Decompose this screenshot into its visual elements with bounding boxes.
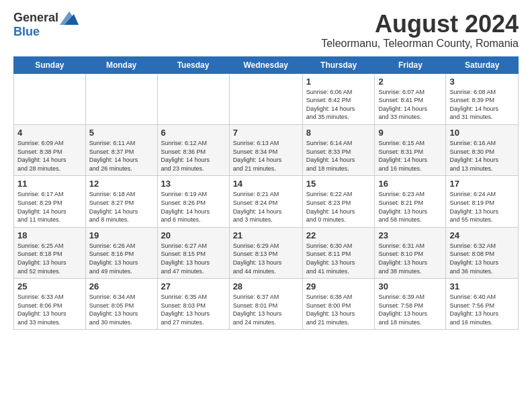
day-info: Sunrise: 6:27 AM Sunset: 8:15 PM Dayligh… [161, 242, 226, 275]
day-number: 16 [378, 179, 442, 189]
day-info: Sunrise: 6:15 AM Sunset: 8:31 PM Dayligh… [378, 139, 442, 173]
calendar-cell-r4-c2: 27Sunrise: 6:35 AM Sunset: 8:03 PM Dayli… [157, 279, 229, 330]
calendar-cell-r3-c2: 20Sunrise: 6:27 AM Sunset: 8:15 PM Dayli… [157, 227, 229, 278]
calendar-cell-r2-c6: 17Sunrise: 6:24 AM Sunset: 8:19 PM Dayli… [446, 176, 519, 227]
day-info: Sunrise: 6:37 AM Sunset: 8:01 PM Dayligh… [233, 293, 299, 326]
header-tuesday: Tuesday [157, 56, 229, 73]
calendar-cell-r1-c6: 10Sunrise: 6:16 AM Sunset: 8:30 PM Dayli… [446, 124, 519, 175]
calendar-row-0: 1Sunrise: 6:06 AM Sunset: 8:42 PM Daylig… [14, 73, 519, 124]
calendar-cell-r3-c6: 24Sunrise: 6:32 AM Sunset: 8:08 PM Dayli… [446, 227, 519, 278]
day-number: 2 [378, 77, 442, 87]
day-number: 12 [89, 179, 154, 189]
day-number: 10 [449, 128, 515, 138]
header-sunday: Sunday [14, 56, 86, 73]
day-info: Sunrise: 6:24 AM Sunset: 8:19 PM Dayligh… [449, 190, 515, 224]
calendar-cell-r2-c1: 12Sunrise: 6:18 AM Sunset: 8:27 PM Dayli… [85, 176, 157, 227]
day-number: 8 [306, 128, 371, 138]
day-info: Sunrise: 6:17 AM Sunset: 8:29 PM Dayligh… [17, 190, 82, 224]
day-info: Sunrise: 6:19 AM Sunset: 8:26 PM Dayligh… [161, 190, 226, 224]
header: General Blue August 2024 Teleormanu, Tel… [13, 11, 519, 50]
day-info: Sunrise: 6:30 AM Sunset: 8:11 PM Dayligh… [306, 242, 371, 275]
calendar-cell-r3-c0: 18Sunrise: 6:25 AM Sunset: 8:18 PM Dayli… [14, 227, 86, 278]
calendar-cell-r3-c5: 23Sunrise: 6:31 AM Sunset: 8:10 PM Dayli… [375, 227, 446, 278]
day-info: Sunrise: 6:14 AM Sunset: 8:33 PM Dayligh… [306, 139, 371, 173]
header-friday: Friday [375, 56, 446, 73]
header-wednesday: Wednesday [229, 56, 302, 73]
calendar-row-1: 4Sunrise: 6:09 AM Sunset: 8:38 PM Daylig… [14, 124, 519, 175]
page: General Blue August 2024 Teleormanu, Tel… [0, 0, 532, 340]
day-info: Sunrise: 6:18 AM Sunset: 8:27 PM Dayligh… [89, 190, 154, 224]
day-info: Sunrise: 6:31 AM Sunset: 8:10 PM Dayligh… [378, 242, 442, 275]
day-number: 22 [306, 230, 371, 240]
calendar-cell-r0-c5: 2Sunrise: 6:07 AM Sunset: 8:41 PM Daylig… [375, 73, 446, 124]
day-number: 9 [378, 128, 442, 138]
day-number: 31 [449, 281, 515, 291]
calendar-row-2: 11Sunrise: 6:17 AM Sunset: 8:29 PM Dayli… [14, 176, 519, 227]
header-monday: Monday [85, 56, 157, 73]
day-number: 30 [378, 281, 442, 291]
calendar-cell-r1-c0: 4Sunrise: 6:09 AM Sunset: 8:38 PM Daylig… [14, 124, 86, 175]
logo-general-text: General [13, 11, 58, 25]
day-number: 15 [306, 179, 371, 189]
calendar-cell-r3-c3: 21Sunrise: 6:29 AM Sunset: 8:13 PM Dayli… [229, 227, 302, 278]
header-saturday: Saturday [446, 56, 519, 73]
day-number: 25 [17, 281, 82, 291]
day-number: 24 [449, 230, 515, 240]
day-number: 20 [161, 230, 226, 240]
title-block: August 2024 Teleormanu, Teleorman County… [321, 11, 519, 50]
calendar-cell-r0-c6: 3Sunrise: 6:08 AM Sunset: 8:39 PM Daylig… [446, 73, 519, 124]
day-info: Sunrise: 6:26 AM Sunset: 8:16 PM Dayligh… [89, 242, 154, 275]
day-info: Sunrise: 6:13 AM Sunset: 8:34 PM Dayligh… [233, 139, 299, 173]
day-info: Sunrise: 6:25 AM Sunset: 8:18 PM Dayligh… [17, 242, 82, 275]
subtitle: Teleormanu, Teleorman County, Romania [321, 38, 519, 50]
day-number: 17 [449, 179, 515, 189]
day-number: 4 [17, 128, 82, 138]
calendar-cell-r2-c3: 14Sunrise: 6:21 AM Sunset: 8:24 PM Dayli… [229, 176, 302, 227]
day-number: 5 [89, 128, 154, 138]
day-info: Sunrise: 6:11 AM Sunset: 8:37 PM Dayligh… [89, 139, 154, 173]
calendar-cell-r1-c4: 8Sunrise: 6:14 AM Sunset: 8:33 PM Daylig… [302, 124, 375, 175]
day-info: Sunrise: 6:39 AM Sunset: 7:58 PM Dayligh… [378, 293, 442, 326]
day-info: Sunrise: 6:40 AM Sunset: 7:56 PM Dayligh… [449, 293, 515, 326]
day-number: 18 [17, 230, 82, 240]
calendar-cell-r1-c3: 7Sunrise: 6:13 AM Sunset: 8:34 PM Daylig… [229, 124, 302, 175]
day-number: 21 [233, 230, 299, 240]
calendar-cell-r4-c0: 25Sunrise: 6:33 AM Sunset: 8:06 PM Dayli… [14, 279, 86, 330]
calendar-cell-r0-c2 [157, 73, 229, 124]
day-number: 11 [17, 179, 82, 189]
day-info: Sunrise: 6:09 AM Sunset: 8:38 PM Dayligh… [17, 139, 82, 173]
calendar-cell-r1-c1: 5Sunrise: 6:11 AM Sunset: 8:37 PM Daylig… [85, 124, 157, 175]
calendar-cell-r2-c5: 16Sunrise: 6:23 AM Sunset: 8:21 PM Dayli… [375, 176, 446, 227]
calendar-cell-r3-c1: 19Sunrise: 6:26 AM Sunset: 8:16 PM Dayli… [85, 227, 157, 278]
day-number: 7 [233, 128, 299, 138]
day-info: Sunrise: 6:22 AM Sunset: 8:23 PM Dayligh… [306, 190, 371, 224]
day-number: 14 [233, 179, 299, 189]
day-number: 6 [161, 128, 226, 138]
calendar-cell-r4-c3: 28Sunrise: 6:37 AM Sunset: 8:01 PM Dayli… [229, 279, 302, 330]
day-info: Sunrise: 6:08 AM Sunset: 8:39 PM Dayligh… [449, 88, 515, 122]
day-info: Sunrise: 6:21 AM Sunset: 8:24 PM Dayligh… [233, 190, 299, 224]
calendar-cell-r4-c6: 31Sunrise: 6:40 AM Sunset: 7:56 PM Dayli… [446, 279, 519, 330]
day-info: Sunrise: 6:16 AM Sunset: 8:30 PM Dayligh… [449, 139, 515, 173]
day-number: 29 [306, 281, 371, 291]
day-info: Sunrise: 6:06 AM Sunset: 8:42 PM Dayligh… [306, 88, 371, 122]
day-info: Sunrise: 6:32 AM Sunset: 8:08 PM Dayligh… [449, 242, 515, 275]
day-number: 19 [89, 230, 154, 240]
day-info: Sunrise: 6:29 AM Sunset: 8:13 PM Dayligh… [233, 242, 299, 275]
day-number: 13 [161, 179, 226, 189]
month-title: August 2024 [321, 11, 519, 38]
day-info: Sunrise: 6:35 AM Sunset: 8:03 PM Dayligh… [161, 293, 226, 326]
calendar-header-row: Sunday Monday Tuesday Wednesday Thursday… [14, 56, 519, 73]
day-info: Sunrise: 6:12 AM Sunset: 8:36 PM Dayligh… [161, 139, 226, 173]
calendar-cell-r0-c1 [85, 73, 157, 124]
calendar-cell-r4-c4: 29Sunrise: 6:38 AM Sunset: 8:00 PM Dayli… [302, 279, 375, 330]
day-info: Sunrise: 6:38 AM Sunset: 8:00 PM Dayligh… [306, 293, 371, 326]
day-info: Sunrise: 6:34 AM Sunset: 8:05 PM Dayligh… [89, 293, 154, 326]
day-info: Sunrise: 6:23 AM Sunset: 8:21 PM Dayligh… [378, 190, 442, 224]
day-number: 28 [233, 281, 299, 291]
day-number: 27 [161, 281, 226, 291]
day-number: 3 [449, 77, 515, 87]
logo: General Blue [13, 11, 79, 39]
calendar-cell-r0-c0 [14, 73, 86, 124]
calendar-row-4: 25Sunrise: 6:33 AM Sunset: 8:06 PM Dayli… [14, 279, 519, 330]
